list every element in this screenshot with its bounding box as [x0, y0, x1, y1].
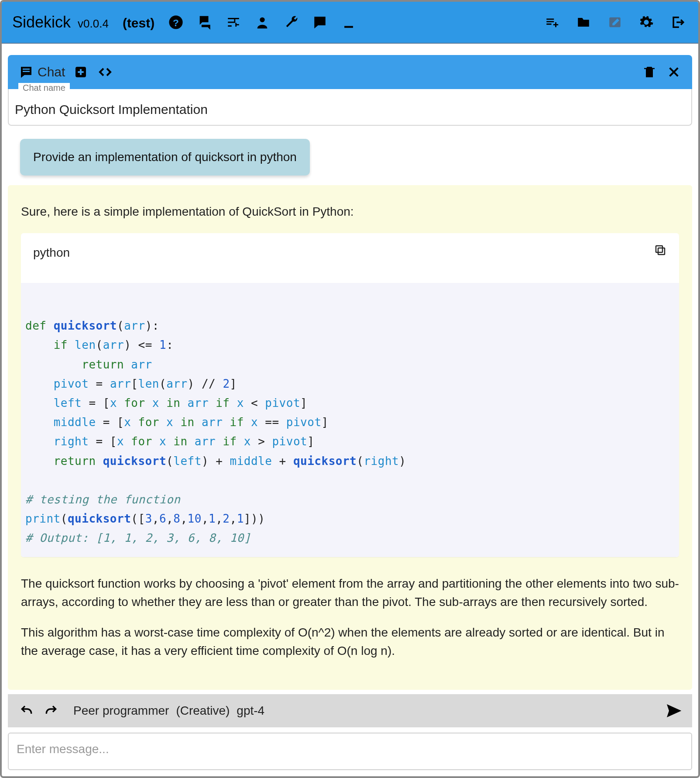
svg-rect-9	[656, 246, 662, 252]
assistant-message: Sure, here is a simple implementation of…	[8, 185, 692, 690]
folder-icon[interactable]	[573, 12, 594, 32]
code-language-label: python	[33, 244, 70, 262]
tune-icon[interactable]	[223, 12, 244, 32]
svg-rect-8	[658, 248, 665, 255]
wrench-icon[interactable]	[281, 12, 301, 32]
composer-toolbar: Peer programmer (Creative) gpt-4	[8, 694, 692, 727]
chat-header-bar: Chat	[8, 55, 692, 89]
app-env: (test)	[123, 16, 154, 31]
new-chat-icon[interactable]	[72, 63, 89, 81]
composer	[8, 733, 692, 770]
svg-rect-6	[23, 71, 30, 72]
app-version: v0.0.4	[78, 17, 109, 31]
gear-icon[interactable]	[636, 12, 656, 32]
playlist-add-icon[interactable]	[542, 12, 562, 32]
help-icon[interactable]: ?	[166, 12, 186, 32]
svg-point-2	[260, 17, 265, 22]
logout-icon[interactable]	[668, 12, 688, 32]
chat-name-input[interactable]	[15, 102, 685, 117]
copy-code-icon[interactable]	[654, 244, 667, 262]
person-icon[interactable]	[252, 12, 272, 32]
comment-icon[interactable]	[310, 12, 330, 32]
svg-text:?: ?	[173, 17, 179, 28]
minimize-icon[interactable]	[339, 12, 359, 32]
conversation-scroll[interactable]: Provide an implementation of quicksort i…	[2, 129, 698, 694]
code-block[interactable]: def quicksort(arr): if len(arr) <= 1: re…	[21, 283, 679, 557]
assistant-intro: Sure, here is a simple implementation of…	[21, 203, 679, 221]
chat-name-legend: Chat name	[18, 83, 70, 93]
chat-name-field: Chat name	[8, 89, 692, 126]
app-name: Sidekick	[12, 13, 71, 31]
chat-list-icon[interactable]	[17, 63, 35, 81]
model-label[interactable]: gpt-4	[237, 704, 264, 718]
app-bar: Sidekick v0.0.4 (test) ?	[2, 2, 698, 44]
mode-label[interactable]: (Creative)	[176, 704, 230, 718]
code-card: python def quicksort(arr): if len(arr) <…	[21, 233, 679, 557]
chat-header-label: Chat	[38, 65, 65, 79]
trash-icon[interactable]	[641, 63, 658, 81]
assistant-para-1: The quicksort function works by choosing…	[21, 575, 679, 611]
svg-rect-5	[23, 69, 30, 70]
assistant-para-2: This algorithm has a worst-case time com…	[21, 623, 679, 660]
user-message[interactable]: Provide an implementation of quicksort i…	[20, 139, 310, 176]
send-icon[interactable]	[663, 701, 683, 721]
message-input[interactable]	[17, 742, 683, 756]
code-icon[interactable]	[96, 63, 114, 81]
chat-bubbles-icon[interactable]	[195, 12, 215, 32]
persona-label[interactable]: Peer programmer	[73, 704, 169, 718]
undo-icon[interactable]	[17, 701, 37, 721]
redo-icon[interactable]	[41, 701, 61, 721]
svg-rect-3	[344, 26, 353, 28]
note-edit-icon[interactable]	[605, 12, 625, 32]
close-icon[interactable]	[665, 63, 683, 81]
